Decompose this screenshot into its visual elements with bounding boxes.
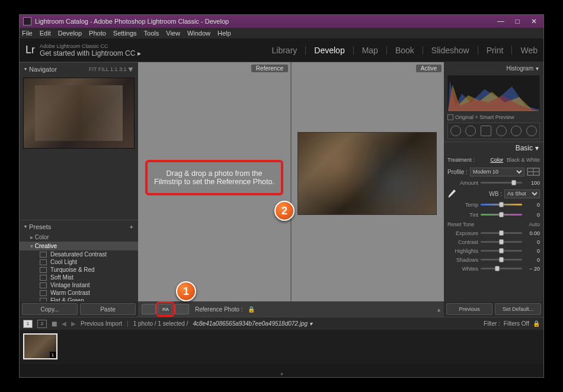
preset-item[interactable]: Soft Mist bbox=[20, 274, 138, 281]
active-label: Active bbox=[416, 65, 442, 72]
presets-head[interactable]: ▾ Presets + bbox=[20, 220, 138, 233]
nav-back-icon[interactable]: ◀ bbox=[62, 320, 66, 327]
preset-item[interactable]: Cool Light bbox=[20, 258, 138, 266]
radial-tool-icon[interactable] bbox=[511, 126, 522, 136]
window-title: Lightroom Catalog - Adobe Photoshop Ligh… bbox=[35, 18, 229, 25]
preset-group[interactable]: Color bbox=[20, 233, 138, 242]
exposure-slider[interactable] bbox=[481, 232, 522, 234]
navigator-modes[interactable]: FIT FILL 1:1 3:1 ⯆ bbox=[89, 66, 133, 72]
close-button[interactable]: ✕ bbox=[528, 17, 540, 25]
tint-slider[interactable] bbox=[481, 214, 522, 216]
menu-settings[interactable]: Settings bbox=[113, 30, 137, 37]
profile-select[interactable]: Modern 10 bbox=[470, 168, 524, 176]
preset-item[interactable]: Desaturated Contrast bbox=[20, 250, 138, 258]
preset-item[interactable]: Warm Contrast bbox=[20, 289, 138, 297]
maximize-button[interactable]: □ bbox=[511, 17, 523, 25]
basic-panel-head[interactable]: Basic▾ bbox=[444, 142, 543, 153]
menu-develop[interactable]: Develop bbox=[58, 30, 82, 37]
treatment-bw[interactable]: Black & White bbox=[507, 157, 540, 163]
minimize-button[interactable]: — bbox=[495, 17, 507, 25]
smart-preview-badge: Original + Smart Preview bbox=[447, 114, 540, 120]
gradient-tool-icon[interactable] bbox=[496, 126, 507, 136]
get-started-link[interactable]: Get started with Lightroom CC ▸ bbox=[40, 49, 141, 57]
menubar: FileEditDevelopPhotoSettingsToolsViewWin… bbox=[20, 28, 543, 38]
current-filename[interactable]: 4c8e41a086565a934b7ee0a49518d072.jpg ▾ bbox=[193, 320, 312, 327]
module-develop[interactable]: Develop bbox=[314, 46, 344, 55]
preset-item[interactable]: Turquoise & Red bbox=[20, 266, 138, 274]
menu-file[interactable]: File bbox=[22, 30, 33, 37]
brush-tool-icon[interactable] bbox=[526, 126, 537, 136]
profile-browser-icon[interactable] bbox=[527, 168, 540, 176]
module-picker: LibraryDevelopMapBookSlideshowPrintWeb bbox=[272, 46, 538, 55]
secondary-display-icon[interactable]: 2 bbox=[37, 320, 47, 328]
compare-toolbar: R A Reference Photo : 🔒 ▴ bbox=[138, 301, 444, 317]
histogram[interactable] bbox=[447, 75, 540, 112]
auto-tone-button[interactable]: Auto bbox=[529, 221, 540, 227]
copy-button[interactable]: Copy... bbox=[22, 303, 78, 315]
brand-line: Adobe Lightroom Classic CC bbox=[40, 43, 141, 49]
contrast-slider[interactable] bbox=[481, 241, 522, 243]
reference-view-button[interactable]: R A bbox=[158, 304, 172, 314]
menu-tools[interactable]: Tools bbox=[144, 30, 159, 37]
histogram-head[interactable]: Histogram▾ bbox=[444, 62, 543, 74]
amount-slider[interactable] bbox=[481, 182, 522, 184]
navigator-thumbnail[interactable] bbox=[23, 78, 135, 149]
reference-label: Reference bbox=[251, 65, 288, 72]
preset-item[interactable]: Flat & Green bbox=[20, 297, 138, 301]
reference-photo-label: Reference Photo : bbox=[195, 306, 243, 313]
whites-slider[interactable] bbox=[481, 268, 522, 269]
statusbar: 1 2 ▦ ◀ ▶ Previous Import | 1 photo / 1 … bbox=[20, 317, 543, 330]
highlights-slider[interactable] bbox=[481, 250, 522, 252]
active-pane[interactable]: Active bbox=[290, 62, 444, 301]
module-slideshow[interactable]: Slideshow bbox=[431, 46, 469, 55]
before-after-button[interactable] bbox=[175, 304, 189, 314]
reset-tone-button[interactable]: Reset Tone bbox=[447, 221, 474, 227]
crop-tool-icon[interactable] bbox=[450, 126, 461, 136]
right-panel: Histogram▾ Original + Smart Preview Bas bbox=[444, 62, 543, 317]
titlebar: Lightroom Catalog - Adobe Photoshop Ligh… bbox=[20, 15, 543, 28]
wb-select[interactable]: As Shot bbox=[504, 189, 540, 198]
app-icon bbox=[23, 17, 31, 25]
loupe-view-button[interactable] bbox=[142, 304, 156, 314]
lr-logo: Lr bbox=[25, 44, 35, 56]
collapse-filmstrip-icon[interactable]: ▾ bbox=[280, 371, 283, 377]
module-web[interactable]: Web bbox=[520, 46, 538, 55]
lock-icon[interactable]: 🔒 bbox=[248, 306, 255, 313]
nav-forward-icon[interactable]: ▶ bbox=[71, 320, 76, 327]
paste-button[interactable]: Paste bbox=[80, 303, 136, 315]
preset-group-open[interactable]: Creative bbox=[20, 242, 138, 250]
reference-pane[interactable]: Reference Drag & drop a photo from the F… bbox=[138, 62, 290, 301]
menu-edit[interactable]: Edit bbox=[40, 30, 51, 37]
set-default-button[interactable]: Set Default... bbox=[495, 303, 541, 315]
previous-button[interactable]: Previous bbox=[446, 303, 492, 315]
menu-photo[interactable]: Photo bbox=[89, 30, 106, 37]
treatment-color[interactable]: Color bbox=[490, 157, 503, 163]
module-library[interactable]: Library bbox=[272, 46, 298, 55]
filter-lock-icon[interactable]: 🔒 bbox=[533, 320, 540, 327]
add-preset-icon[interactable]: + bbox=[130, 223, 133, 230]
wb-dropper-icon[interactable] bbox=[447, 189, 456, 198]
menu-view[interactable]: View bbox=[166, 30, 180, 37]
shadows-slider[interactable] bbox=[481, 259, 522, 261]
presets-list: ColorCreativeDesaturated ContrastCool Li… bbox=[20, 233, 138, 301]
grid-view-icon[interactable]: 1 bbox=[23, 320, 33, 328]
filter-dropdown[interactable]: Filters Off bbox=[504, 320, 529, 327]
toolbar-menu-icon[interactable]: ▴ bbox=[437, 306, 440, 313]
temp-slider[interactable] bbox=[481, 204, 522, 205]
source-label[interactable]: Previous Import bbox=[81, 320, 122, 327]
spot-tool-icon[interactable] bbox=[465, 126, 476, 136]
redeye-tool-icon[interactable] bbox=[481, 126, 491, 136]
module-map[interactable]: Map bbox=[362, 46, 378, 55]
grid-toggle-icon[interactable]: ▦ bbox=[52, 320, 57, 327]
annotation-callout-1: 1 bbox=[176, 281, 196, 301]
filmstrip: 1 bbox=[20, 330, 543, 364]
menu-help[interactable]: Help bbox=[217, 30, 231, 37]
preset-item[interactable]: Vintage Instant bbox=[20, 281, 138, 289]
left-panel: ▾ Navigator FIT FILL 1:1 3:1 ⯆ ▾ Presets… bbox=[20, 62, 138, 317]
module-print[interactable]: Print bbox=[487, 46, 504, 55]
menu-window[interactable]: Window bbox=[187, 30, 210, 37]
module-book[interactable]: Book bbox=[395, 46, 414, 55]
filmstrip-thumb[interactable]: 1 bbox=[23, 333, 57, 359]
annotation-callout-2: 2 bbox=[274, 201, 295, 221]
navigator-head[interactable]: ▾ Navigator FIT FILL 1:1 3:1 ⯆ bbox=[20, 62, 138, 75]
